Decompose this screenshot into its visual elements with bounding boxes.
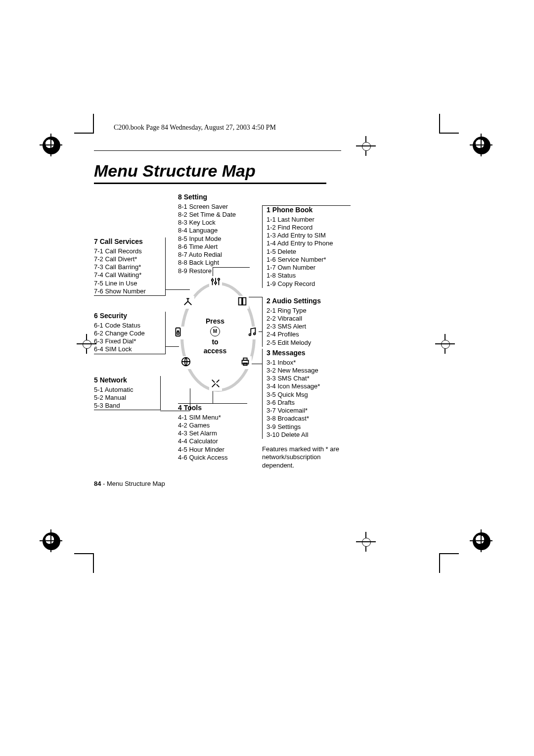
list-item: 3-5 Quick Msg bbox=[267, 391, 351, 399]
section-items: 6-1 Code Status6-2 Change Code6-3 Fixed … bbox=[94, 322, 163, 354]
list-item: 8-9 Restore bbox=[178, 267, 250, 275]
to-label: to bbox=[212, 338, 218, 346]
section-items: 8-1 Screen Saver8-2 Set Time & Date8-3 K… bbox=[178, 203, 250, 275]
registration-mark bbox=[470, 134, 492, 156]
crosshair-mark bbox=[356, 532, 376, 552]
list-item: 1-2 Find Record bbox=[267, 224, 351, 232]
section-title: 8 Setting bbox=[178, 193, 250, 202]
svg-point-4 bbox=[215, 282, 217, 284]
svg-point-3 bbox=[212, 279, 214, 281]
list-item: 5-2 Manual bbox=[94, 394, 158, 402]
section-title: 4 Tools bbox=[178, 404, 247, 413]
list-item: 6-4 SIM Lock bbox=[94, 345, 163, 353]
list-item: 3-2 New Message bbox=[267, 367, 351, 375]
list-item: 3-6 Drafts bbox=[267, 399, 351, 407]
section-call-services: 7 Call Services 7-1 Call Records7-2 Call… bbox=[94, 237, 166, 296]
crop-corner bbox=[74, 553, 94, 573]
section-title: 2 Audio Settings bbox=[267, 297, 351, 306]
svg-point-7 bbox=[254, 333, 256, 335]
list-item: 5-3 Band bbox=[94, 402, 158, 410]
section-messages: 3 Messages 3-1 Inbox*3-2 New Message3-3 … bbox=[262, 349, 351, 439]
section-setting: 8 Setting 8-1 Screen Saver8-2 Set Time &… bbox=[178, 193, 250, 275]
footer-label: Menu Structure Map bbox=[107, 480, 165, 487]
crop-corner bbox=[439, 114, 459, 134]
press-label: Press bbox=[206, 317, 224, 325]
list-item: 3-9 Settings bbox=[267, 423, 351, 431]
page-title: Menu Structure Map bbox=[94, 161, 440, 181]
list-item: 8-4 Language bbox=[178, 227, 250, 235]
list-item: 4-3 Set Alarm bbox=[178, 429, 247, 437]
phone-book-icon bbox=[236, 296, 249, 309]
svg-rect-13 bbox=[177, 332, 179, 334]
access-label: access bbox=[204, 347, 227, 355]
list-item: 6-2 Change Code bbox=[94, 330, 163, 337]
tools-wrench-icon bbox=[209, 378, 222, 391]
section-tools: 4 Tools 4-1 SIM Menu*4-2 Games4-3 Set Al… bbox=[178, 403, 247, 462]
lock-phone-icon bbox=[172, 327, 184, 339]
list-item: 4-2 Games bbox=[178, 422, 247, 429]
section-items: 5-1 Automatic5-2 Manual5-3 Band bbox=[94, 386, 158, 410]
list-item: 3-1 Inbox* bbox=[267, 359, 351, 367]
section-items: 3-1 Inbox*3-2 New Message3-3 SMS Chat*3-… bbox=[267, 359, 351, 439]
registration-mark bbox=[40, 529, 62, 552]
section-network: 5 Network 5-1 Automatic5-2 Manual5-3 Ban… bbox=[94, 376, 161, 410]
list-item: 4-6 Quick Access bbox=[178, 454, 247, 462]
settings-sliders-icon bbox=[209, 276, 222, 289]
list-item: 4-1 SIM Menu* bbox=[178, 414, 247, 422]
crosshair-mark bbox=[77, 334, 96, 354]
section-phone-book: 1 Phone Book 1-1 Last Number1-2 Find Rec… bbox=[262, 205, 351, 288]
section-items: 1-1 Last Number1-2 Find Record1-3 Add En… bbox=[267, 216, 351, 288]
menu-map: 8 Setting 8-1 Screen Saver8-2 Set Time &… bbox=[94, 193, 440, 510]
list-item: 1-7 Own Number bbox=[267, 264, 351, 272]
title-rule bbox=[94, 183, 326, 184]
list-item: 8-2 Set Time & Date bbox=[178, 211, 250, 219]
list-item: 3-10 Delete All bbox=[267, 431, 351, 439]
list-item: 1-9 Copy Record bbox=[267, 280, 351, 288]
list-item: 3-3 SMS Chat* bbox=[267, 375, 351, 382]
printer-icon bbox=[239, 356, 252, 369]
crop-corner bbox=[439, 553, 459, 573]
list-item: 1-1 Last Number bbox=[267, 216, 351, 224]
list-item: 8-8 Back Light bbox=[178, 259, 250, 267]
list-item: 1-4 Add Entry to Phone bbox=[267, 239, 351, 247]
menu-dial: Press M to access bbox=[171, 277, 260, 391]
section-title: 5 Network bbox=[94, 376, 158, 385]
list-item: 1-6 Service Number* bbox=[267, 256, 351, 264]
page-footer: 84 - Menu Structure Map bbox=[94, 480, 165, 487]
list-item: 8-7 Auto Redial bbox=[178, 251, 250, 259]
list-item: 8-5 Input Mode bbox=[178, 235, 250, 243]
list-item: 8-1 Screen Saver bbox=[178, 203, 250, 211]
section-title: 7 Call Services bbox=[94, 237, 163, 246]
section-title: 6 Security bbox=[94, 312, 163, 321]
list-item: 1-8 Status bbox=[267, 272, 351, 280]
svg-point-5 bbox=[218, 279, 220, 281]
list-item: 2-5 Edit Melody bbox=[267, 339, 351, 347]
page-number: 84 bbox=[94, 480, 101, 487]
list-item: 7-5 Line in Use bbox=[94, 280, 163, 287]
footnote: Features marked with * are network/subsc… bbox=[262, 445, 351, 470]
section-audio-settings: 2 Audio Settings 2-1 Ring Type2-2 Vibrac… bbox=[262, 297, 351, 347]
list-item: 2-3 SMS Alert bbox=[267, 323, 351, 331]
footer-sep: - bbox=[101, 480, 107, 487]
music-note-icon bbox=[246, 327, 259, 339]
list-item: 7-6 Show Number bbox=[94, 287, 163, 295]
list-item: 1-3 Add Entry to SIM bbox=[267, 232, 351, 239]
registration-mark bbox=[470, 529, 492, 552]
section-title: 1 Phone Book bbox=[267, 206, 351, 215]
list-item: 2-2 Vibracall bbox=[267, 315, 351, 323]
list-item: 2-1 Ring Type bbox=[267, 307, 351, 315]
list-item: 4-4 Calculator bbox=[178, 437, 247, 445]
list-item: 7-1 Call Records bbox=[94, 247, 163, 255]
section-items: 7-1 Call Records7-2 Call Divert*7-3 Call… bbox=[94, 247, 163, 296]
list-item: 4-5 Hour Minder bbox=[178, 446, 247, 454]
menu-key-icon: M bbox=[210, 327, 220, 336]
list-item: 7-4 Call Waiting* bbox=[94, 271, 163, 279]
list-item: 3-8 Broadcast* bbox=[267, 415, 351, 423]
list-item: 5-1 Automatic bbox=[94, 386, 158, 394]
satellite-call-icon bbox=[181, 296, 194, 309]
list-item: 1-5 Delete bbox=[267, 248, 351, 256]
list-item: 7-2 Call Divert* bbox=[94, 255, 163, 263]
list-item: 8-6 Time Alert bbox=[178, 243, 250, 251]
list-item: 8-3 Key Lock bbox=[178, 219, 250, 227]
section-items: 2-1 Ring Type2-2 Vibracall2-3 SMS Alert2… bbox=[267, 307, 351, 347]
